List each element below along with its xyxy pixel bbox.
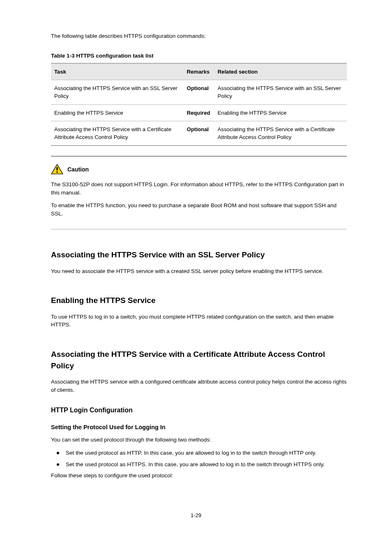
table-caption: Table 1-3 HTTPS configuration task list bbox=[51, 52, 347, 60]
section-heading-enable-https: Enabling the HTTPS Service bbox=[51, 295, 347, 306]
cell-remarks: Optional bbox=[183, 121, 214, 146]
section-text: Associating the HTTPS service with a con… bbox=[51, 378, 347, 394]
subsection-heading-http-login: HTTP Login Configuration bbox=[51, 405, 347, 415]
cell-remarks: Required bbox=[183, 104, 214, 121]
cell-remarks: Optional bbox=[183, 80, 214, 104]
section-text: To use HTTPS to log in to a switch, you … bbox=[51, 313, 347, 329]
cell-section: Enabling the HTTPS Service bbox=[214, 104, 347, 121]
page-number: 1-29 bbox=[0, 512, 392, 520]
table-row: Associating the HTTPS Service with a Cer… bbox=[51, 121, 347, 146]
cell-task: Associating the HTTPS Service with an SS… bbox=[51, 80, 183, 104]
svg-rect-1 bbox=[56, 167, 58, 170]
intro-text: The following table describes HTTPS conf… bbox=[51, 32, 347, 40]
caution-text: To enable the HTTPS function, you need t… bbox=[51, 201, 347, 217]
list-item: Set the used protocol as HTTPS. In this … bbox=[57, 460, 347, 469]
setting-tail: Follow these steps to configure the used… bbox=[51, 472, 347, 480]
cell-section: Associating the HTTPS Service with a Cer… bbox=[214, 121, 347, 146]
table-row: Associating the HTTPS Service with an SS… bbox=[51, 80, 347, 104]
list-item: Set the used protocol as HTTP. In this c… bbox=[57, 449, 347, 457]
warning-icon bbox=[51, 164, 63, 175]
protocol-method-list: Set the used protocol as HTTP. In this c… bbox=[51, 449, 347, 468]
caution-callout: Caution The S3100-52P does not support H… bbox=[51, 156, 347, 229]
col-remarks: Remarks bbox=[183, 63, 214, 80]
svg-point-2 bbox=[56, 171, 58, 173]
caution-label: Caution bbox=[67, 165, 89, 173]
setting-lead: You can set the used protocol through th… bbox=[51, 436, 347, 444]
section-text: You need to associate the HTTPS service … bbox=[51, 267, 347, 275]
cell-section: Associating the HTTPS Service with an SS… bbox=[214, 80, 347, 104]
config-table: Task Remarks Related section Associating… bbox=[51, 63, 347, 146]
caution-text: The S3100-52P does not support HTTPS Log… bbox=[51, 180, 347, 197]
section-heading-cert-policy: Associating the HTTPS Service with a Cer… bbox=[51, 349, 347, 371]
setting-heading-protocol: Setting the Protocol Used for Logging In bbox=[51, 423, 347, 432]
section-heading-ssl: Associating the HTTPS Service with an SS… bbox=[51, 249, 347, 261]
cell-task: Associating the HTTPS Service with a Cer… bbox=[51, 121, 183, 146]
cell-task: Enabling the HTTPS Service bbox=[51, 104, 183, 121]
col-section: Related section bbox=[214, 63, 347, 80]
table-header-row: Task Remarks Related section bbox=[51, 63, 347, 80]
table-row: Enabling the HTTPS Service Required Enab… bbox=[51, 104, 347, 121]
col-task: Task bbox=[51, 63, 183, 80]
